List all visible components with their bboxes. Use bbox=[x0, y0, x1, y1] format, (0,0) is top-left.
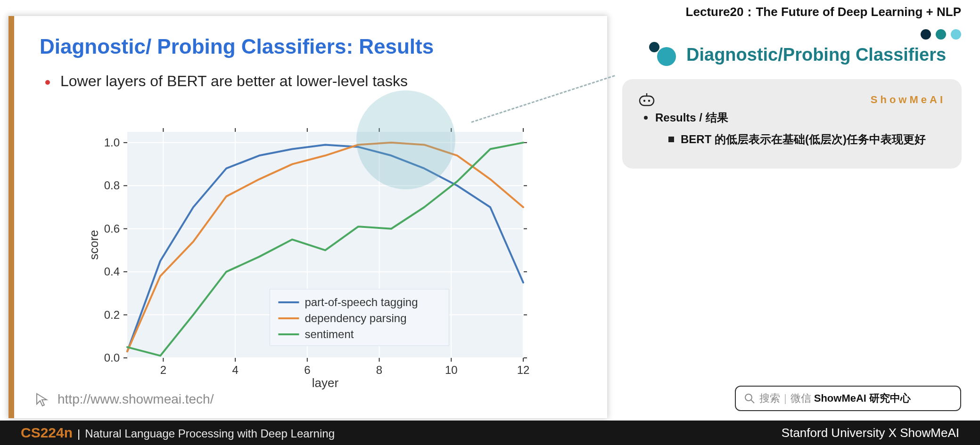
svg-text:dependency parsing: dependency parsing bbox=[305, 312, 406, 324]
slide-bullet: Lower layers of BERT are better at lower… bbox=[14, 58, 607, 90]
slide-footer-url: http://www.showmeai.tech/ bbox=[58, 392, 214, 407]
svg-point-1 bbox=[649, 42, 659, 52]
svg-text:sentiment: sentiment bbox=[305, 328, 354, 340]
svg-line-65 bbox=[751, 400, 754, 403]
svg-text:0.8: 0.8 bbox=[104, 179, 120, 192]
svg-rect-2 bbox=[640, 96, 654, 105]
note-text-2: BERT 的低层表示在基础(低层次)任务中表现更好 bbox=[681, 132, 926, 147]
svg-text:6: 6 bbox=[304, 364, 310, 376]
svg-text:part-of-speech tagging: part-of-speech tagging bbox=[305, 296, 418, 308]
probing-chart: 0.00.20.40.60.81.024681012layerscorepart… bbox=[85, 122, 537, 396]
footer-right: Stanford University X ShowMeAI bbox=[782, 426, 959, 440]
bottom-bar: CS224n | Natural Language Processing wit… bbox=[0, 421, 980, 445]
note-bullet-1: Results / 结果 bbox=[638, 110, 946, 125]
svg-text:10: 10 bbox=[445, 364, 458, 376]
svg-text:layer: layer bbox=[312, 376, 339, 390]
svg-text:8: 8 bbox=[376, 364, 382, 376]
brand-label: ShowMeAI bbox=[871, 94, 946, 106]
course-code: CS224n bbox=[21, 425, 73, 441]
highlight-bubble bbox=[356, 90, 455, 189]
note-bullet-2: BERT 的低层表示在基础(低层次)任务中表现更好 bbox=[638, 132, 946, 147]
svg-text:12: 12 bbox=[517, 364, 530, 376]
annotation-card: ShowMeAI Results / 结果 BERT 的低层表示在基础(低层次)… bbox=[622, 79, 962, 169]
decorative-dots bbox=[921, 29, 961, 40]
section-title: Diagnostic/Probing Classifiers bbox=[686, 45, 946, 65]
course-subtitle: Natural Language Processing with Deep Le… bbox=[85, 427, 335, 440]
search-icon bbox=[744, 393, 755, 404]
search-hint-box: 搜索 | 微信 ShowMeAI 研究中心 bbox=[735, 386, 961, 411]
slide-title: Diagnostic/ Probing Classifiers: Results bbox=[14, 16, 607, 58]
slide-bullet-text: Lower layers of BERT are better at lower… bbox=[60, 73, 408, 90]
blob-icon bbox=[646, 41, 679, 68]
svg-text:0.2: 0.2 bbox=[104, 308, 120, 321]
svg-text:0.0: 0.0 bbox=[104, 351, 120, 364]
search-hint-1: 搜索 bbox=[759, 391, 780, 405]
svg-text:0.6: 0.6 bbox=[104, 222, 120, 235]
section-header: Diagnostic/Probing Classifiers bbox=[646, 41, 946, 68]
lecture-title: Lecture20：The Future of Deep Learning + … bbox=[686, 4, 961, 20]
search-hint-2: 微信 bbox=[791, 391, 811, 405]
svg-text:4: 4 bbox=[232, 364, 238, 376]
svg-text:score: score bbox=[87, 230, 101, 260]
slide-footer: http://www.showmeai.tech/ bbox=[35, 392, 214, 407]
cursor-icon bbox=[35, 392, 50, 407]
slide-panel: Diagnostic/ Probing Classifiers: Results… bbox=[8, 16, 607, 418]
svg-point-0 bbox=[657, 47, 676, 66]
svg-text:2: 2 bbox=[160, 364, 166, 376]
svg-point-3 bbox=[643, 100, 645, 102]
svg-point-4 bbox=[648, 100, 650, 102]
svg-point-64 bbox=[745, 394, 752, 401]
search-strong: ShowMeAI 研究中心 bbox=[814, 391, 911, 405]
svg-text:0.4: 0.4 bbox=[104, 265, 120, 278]
svg-text:1.0: 1.0 bbox=[104, 136, 120, 149]
note-text-1: Results / 结果 bbox=[655, 110, 728, 125]
robot-icon bbox=[638, 93, 655, 106]
